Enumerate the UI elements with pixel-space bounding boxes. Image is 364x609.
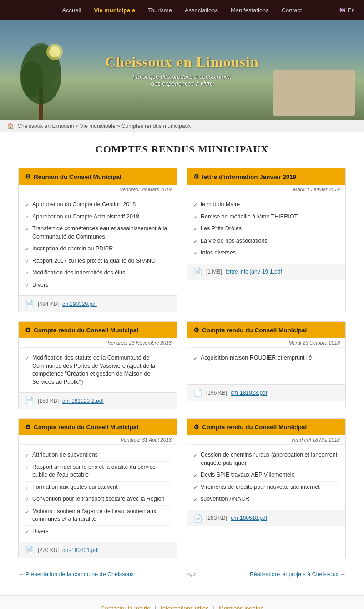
card-item: ✓ Modification des indemnités des élus (25, 267, 171, 279)
nav-tourisme[interactable]: Tourisme (148, 7, 172, 14)
footer-link-1[interactable]: Informations utiles (161, 605, 209, 609)
council-card-card4: ⚙ Compte rendu du Conseil Municipal Mard… (187, 321, 346, 409)
file-download-link[interactable]: cm-181023.pdf (231, 390, 267, 396)
card-footer: 📄 [196 KB] cm-181023.pdf (187, 384, 345, 401)
card-item-text: Infos diverses (201, 249, 236, 257)
file-download-link[interactable]: lettre-info-janv-19-1.pdf (226, 269, 282, 275)
gear-icon: ⚙ (25, 173, 31, 180)
card-item-text: Approbation du Compte Administratif 2018 (32, 213, 139, 221)
svg-point-5 (49, 46, 60, 57)
footer-link-0[interactable]: Contacter la mairie (101, 605, 150, 609)
check-icon: ✓ (193, 226, 197, 233)
card-item: ✓ Inscription de chemin au PDIPR (25, 243, 171, 255)
card-header: ⚙ Compte rendu du Conseil Municipal (19, 322, 177, 338)
file-download-link[interactable]: cm190329.pdf (62, 301, 97, 307)
check-icon: ✓ (193, 472, 197, 479)
card-header: ⚙ Compte rendu du Conseil Municipal (187, 322, 345, 338)
file-size: [153 KB] (38, 398, 59, 404)
nav-vie-municipale[interactable]: Vie municipale (94, 7, 135, 14)
card-item: ✓ Approbation du Compte de Gestion 2018 (25, 199, 171, 211)
card-item-text: La vie de nos associations (201, 237, 268, 245)
card-item-text: Remise de médaille à Mme THIERIOT (201, 213, 298, 221)
next-page-link[interactable]: Réalisations et projets à Cheissoux (250, 571, 346, 578)
card-item: ✓ Transfert de compétences eau et assain… (25, 223, 171, 243)
breadcrumb-sep1: » (76, 123, 79, 129)
card-item-text: subvention ANACR (201, 495, 249, 503)
card-item: ✓ le mot du Maire (193, 199, 339, 211)
check-icon: ✓ (25, 270, 29, 277)
language-switcher[interactable]: 🇬🇧 En (339, 7, 355, 14)
file-size: [196 KB] (206, 390, 227, 396)
hero-building-image (273, 70, 355, 116)
gear-icon: ⚙ (193, 423, 199, 431)
file-download-link[interactable]: cm-181123-2.pdf (62, 398, 104, 404)
file-download-link[interactable]: cm-180831.pdf (62, 547, 99, 553)
check-icon: ✓ (25, 355, 29, 362)
file-size: [283 KB] (206, 515, 227, 521)
main-nav: Accueil Vie municipale Tourisme Associat… (0, 0, 364, 20)
file-download-link[interactable]: cm-180518.pdf (231, 515, 267, 521)
gear-icon: ⚙ (25, 423, 31, 431)
breadcrumb-vie-municipale[interactable]: Vie municipale (80, 123, 116, 129)
card-footer: 📄 [484 KB] cm190329.pdf (19, 295, 177, 312)
check-icon: ✓ (25, 508, 29, 515)
card-item-text: Virements de crédits pour nouveau site i… (201, 483, 320, 492)
card-date: Vendredi 31 Août 2018 (19, 435, 177, 445)
card-body: ✓ le mot du Maire ✓ Remise de médaille à… (187, 194, 345, 264)
card-item-text: Acquisition maison ROUDIER et emprunt li… (201, 354, 312, 362)
card-item: ✓ Modification des statuts de la Communa… (25, 352, 171, 388)
card-body: ✓ Attribution de subventions ✓ Rapport a… (19, 445, 177, 542)
card-body: ✓ Cession de chemins ruraux (approbation… (187, 445, 345, 510)
card-item-text: Rapport annuel sur le prix et la qualité… (32, 463, 171, 479)
card-body: ✓ Acquisition maison ROUDIER et emprunt … (187, 348, 345, 384)
card-item: ✓ Attribution de subventions (25, 449, 171, 462)
nav-manifestations[interactable]: Manifestations (231, 7, 269, 14)
check-icon: ✓ (25, 484, 29, 491)
card-item-text: Cession de chemins ruraux (approbation e… (201, 451, 339, 467)
card-item: ✓ Convention pour le transport scolaire … (25, 493, 171, 506)
card-footer: 📄 [153 KB] cm-181123-2.pdf (19, 392, 177, 409)
page-navigation: Présentation de la commune de Cheissoux … (18, 563, 346, 582)
lang-label: En (348, 7, 355, 14)
card-item: ✓ subvention ANACR (193, 493, 339, 505)
nav-associations[interactable]: Associations (185, 7, 218, 14)
nav-accueil[interactable]: Accueil (62, 7, 81, 14)
prev-page-link[interactable]: Présentation de la commune de Cheissoux (18, 571, 134, 578)
card-item-text: Inscription de chemin au PDIPR (32, 245, 113, 253)
card-item-text: le mot du Maire (201, 201, 240, 209)
card-body: ✓ Approbation du Compte de Gestion 2018 … (19, 194, 177, 295)
card-header: ⚙ Compte rendu du Conseil Municipal (19, 419, 177, 435)
card-item: ✓ Infos diverses (193, 247, 339, 259)
check-icon: ✓ (25, 202, 29, 208)
card-item: ✓ Motions : soutien à l'agence de l'eau,… (25, 506, 171, 526)
nav-contact[interactable]: Contact (282, 7, 302, 14)
card-header: ⚙ Compte rendu du Conseil Municipal (187, 419, 345, 435)
card-footer: 📄 [283 KB] cm-180518.pdf (187, 510, 345, 526)
card-item-text: Motions : soutien à l'agence de l'eau, s… (32, 508, 171, 523)
file-size: [484 KB] (38, 301, 59, 307)
hero-subtitle: Plutôt que des produits à consommer, des… (105, 73, 259, 87)
card-body: ✓ Modification des statuts de la Communa… (19, 348, 177, 392)
pdf-icon: 📄 (25, 396, 34, 405)
card-item-text: Divers (32, 281, 48, 289)
check-icon: ✓ (193, 202, 197, 208)
council-card-card2: ⚙ lettre d'information Janvier 2019 Mard… (187, 168, 346, 312)
card-title: Réunion du Conseil Municipal (34, 173, 121, 180)
hero-ground: Cheissoux en Limousin Plutôt que des pro… (105, 54, 259, 87)
footer-link-2[interactable]: Mentions légales (219, 605, 263, 609)
breadcrumb-sep2: » (117, 123, 120, 129)
council-card-card1: ⚙ Réunion du Conseil Municipal Vendredi … (18, 168, 177, 312)
check-icon: ✓ (25, 464, 29, 471)
card-item-text: Rapport 2017 sur les prix et la qualité … (32, 257, 155, 265)
card-item: ✓ Approbation du Compte Administratif 20… (25, 211, 171, 223)
check-icon: ✓ (25, 528, 29, 535)
card-header: ⚙ lettre d'information Janvier 2019 (187, 168, 345, 185)
pdf-icon: 📄 (25, 299, 34, 308)
check-icon: ✓ (193, 214, 197, 221)
card-date: Vendredi 23 Novembre 2018 (19, 338, 177, 348)
card-item-text: Les P'tits Drôles (201, 225, 242, 233)
card-item: ✓ Cession de chemins ruraux (approbation… (193, 449, 339, 469)
check-icon: ✓ (25, 496, 29, 503)
council-card-card3: ⚙ Compte rendu du Conseil Municipal Vend… (18, 321, 177, 409)
breadcrumb-home[interactable]: Cheissoux en Limousin (17, 123, 74, 129)
